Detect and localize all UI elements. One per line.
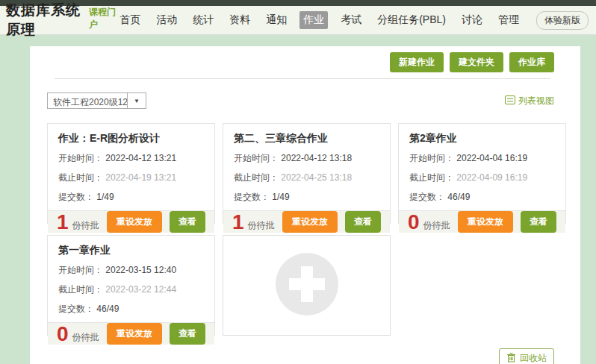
card-body: 第2章作业 开始时间： 2022-04-04 16:19 截止时间： 2022-…: [399, 124, 565, 210]
reissue-button[interactable]: 重设发放: [458, 211, 513, 233]
reissue-button[interactable]: 重设发放: [282, 211, 338, 233]
nav-item-statistics[interactable]: 统计: [190, 11, 217, 29]
start-time-value: 2022-04-12 13:21: [105, 153, 176, 163]
pending-label: 份待批: [248, 219, 275, 232]
assignment-library-button[interactable]: 作业库: [509, 52, 554, 72]
card-footer: 0 份待批 重设发放 查看: [399, 210, 565, 233]
start-time-label: 开始时间：: [58, 153, 103, 163]
submissions-label: 提交数：: [58, 192, 94, 202]
list-view-toggle[interactable]: 列表视图: [505, 95, 554, 107]
new-folder-button[interactable]: 建文件夹: [450, 52, 503, 72]
deadline-row: 截止时间： 2022-03-22 12:44: [58, 283, 204, 296]
assignment-title: 作业：E-R图分析设计: [58, 132, 204, 145]
submissions-label: 提交数：: [409, 192, 445, 202]
class-select[interactable]: 软件工程2020级12班 ▼: [47, 92, 146, 109]
deadline-row: 截止时间： 2022-04-09 16:19: [409, 172, 555, 184]
card-body: 作业：E-R图分析设计 开始时间： 2022-04-12 13:21 截止时间：…: [48, 124, 214, 210]
toolbar: 新建作业 建文件夹 作业库: [47, 52, 554, 72]
assignment-card: 第二、三章综合作业 开始时间： 2022-04-12 13:18 截止时间： 2…: [223, 123, 391, 224]
submissions-value: 1/49: [272, 192, 289, 202]
course-title-group: 数据库系统原理 课程门户: [6, 1, 117, 40]
class-select-value: 软件工程2020级12班: [48, 93, 127, 108]
card-footer: 0 份待批 重设发放 查看: [48, 322, 214, 345]
nav-item-exams[interactable]: 考试: [338, 11, 364, 29]
deadline-value: 2022-03-22 12:44: [105, 284, 176, 295]
deadline-row: 截止时间： 2022-04-25 13:18: [234, 172, 379, 184]
deadline-value: 2022-04-09 16:19: [456, 172, 527, 183]
recycle-bin-button[interactable]: 回收站: [499, 348, 554, 364]
card-body: 第二、三章综合作业 开始时间： 2022-04-12 13:18 截止时间： 2…: [223, 124, 390, 210]
reissue-button[interactable]: 重设发放: [107, 323, 162, 345]
assignment-cards-grid: 作业：E-R图分析设计 开始时间： 2022-04-12 13:21 截止时间：…: [47, 123, 556, 336]
assignment-card: 第一章作业 开始时间： 2022-03-15 12:40 截止时间： 2022-…: [47, 235, 215, 336]
nav-item-notifications[interactable]: 通知: [263, 11, 290, 29]
deadline-row: 截止时间： 2022-04-19 13:21: [58, 172, 204, 184]
chevron-down-icon[interactable]: ▼: [127, 93, 146, 108]
pending-label: 份待批: [72, 331, 99, 344]
submissions-row: 提交数： 1/49: [234, 191, 379, 204]
main-nav: 首页 活动 统计 资料 通知 作业 考试 分组任务(PBL) 讨论 管理 体验新…: [117, 11, 589, 30]
pending-count: 0: [408, 212, 420, 233]
nav-item-management[interactable]: 管理: [495, 11, 522, 29]
nav-item-home[interactable]: 首页: [117, 11, 143, 29]
start-time-row: 开始时间： 2022-04-12 13:18: [234, 152, 379, 165]
submissions-label: 提交数：: [58, 304, 94, 314]
nav-item-homework[interactable]: 作业: [299, 11, 328, 29]
start-time-value: 2022-04-12 13:18: [281, 153, 352, 163]
pending-count: 1: [57, 212, 69, 233]
course-title: 数据库系统原理: [6, 1, 87, 40]
start-time-label: 开始时间：: [409, 153, 454, 163]
submissions-row: 提交数： 46/49: [409, 191, 555, 204]
card-body: 第一章作业 开始时间： 2022-03-15 12:40 截止时间： 2022-…: [48, 236, 214, 322]
header: 数据库系统原理 课程门户 首页 活动 统计 资料 通知 作业 考试 分组任务(P…: [0, 6, 596, 35]
content-panel: 新建作业 建文件夹 作业库 软件工程2020级12班 ▼ 列表视图 作业：E-R…: [30, 46, 580, 364]
assignment-title: 第2章作业: [409, 132, 555, 145]
card-footer: 1 份待批 重设发放 查看: [48, 210, 214, 233]
submissions-row: 提交数： 46/49: [58, 303, 204, 316]
new-assignment-button[interactable]: 新建作业: [390, 52, 444, 72]
submissions-value: 46/49: [96, 304, 119, 314]
view-button[interactable]: 查看: [170, 323, 205, 345]
pending-label: 份待批: [72, 219, 99, 232]
start-time-row: 开始时间： 2022-03-15 12:40: [58, 264, 204, 277]
assignment-title: 第二、三章综合作业: [234, 132, 379, 145]
list-view-icon: [505, 95, 515, 107]
submissions-label: 提交数：: [234, 192, 270, 202]
reissue-button[interactable]: 重设发放: [107, 211, 162, 233]
deadline-label: 截止时间：: [58, 284, 103, 295]
submissions-value: 1/49: [96, 192, 114, 202]
start-time-row: 开始时间： 2022-04-12 13:21: [58, 152, 204, 165]
deadline-value: 2022-04-19 13:21: [105, 172, 176, 183]
view-button[interactable]: 查看: [521, 211, 556, 233]
card-footer: 1 份待批 重设发放 查看: [223, 210, 390, 233]
nav-item-group-tasks[interactable]: 分组任务(PBL): [374, 11, 449, 29]
nav-item-discussion[interactable]: 讨论: [459, 11, 485, 29]
deadline-label: 截止时间：: [234, 172, 279, 183]
toolbar-divider: [55, 78, 550, 79]
pending-label: 份待批: [423, 219, 450, 232]
start-time-label: 开始时间：: [234, 153, 279, 163]
submissions-row: 提交数： 1/49: [58, 191, 204, 204]
nav-item-activity[interactable]: 活动: [153, 11, 180, 29]
view-button[interactable]: 查看: [345, 211, 381, 233]
trash-icon: [506, 352, 516, 364]
submissions-value: 46/49: [447, 192, 470, 202]
pending-count: 1: [232, 212, 244, 233]
deadline-label: 截止时间：: [409, 172, 454, 183]
try-new-version-button[interactable]: 体验新版: [536, 11, 589, 30]
plus-icon: [276, 253, 338, 318]
assignment-card: 作业：E-R图分析设计 开始时间： 2022-04-12 13:21 截止时间：…: [47, 123, 215, 224]
start-time-row: 开始时间： 2022-04-04 16:19: [409, 152, 555, 165]
view-button[interactable]: 查看: [170, 211, 205, 233]
page-background: 新建作业 建文件夹 作业库 软件工程2020级12班 ▼ 列表视图 作业：E-R…: [0, 35, 596, 364]
recycle-bin-label: 回收站: [520, 352, 547, 364]
course-portal-link[interactable]: 课程门户: [89, 6, 117, 31]
start-time-value: 2022-03-15 12:40: [105, 265, 176, 275]
deadline-value: 2022-04-25 13:18: [281, 172, 352, 183]
nav-item-materials[interactable]: 资料: [226, 11, 253, 29]
add-assignment-card[interactable]: [223, 235, 391, 336]
deadline-label: 截止时间：: [58, 172, 103, 183]
bottom-row: 回收站: [47, 348, 554, 364]
start-time-value: 2022-04-04 16:19: [456, 153, 527, 163]
assignment-card: 第2章作业 开始时间： 2022-04-04 16:19 截止时间： 2022-…: [398, 123, 566, 224]
